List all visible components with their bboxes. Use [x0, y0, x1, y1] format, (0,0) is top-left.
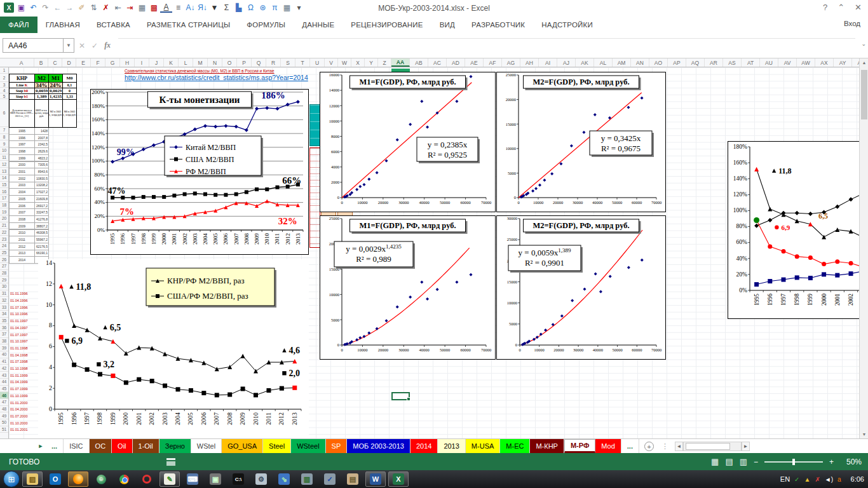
monitor-chart-icon[interactable]: ▥ [297, 471, 317, 487]
underline-icon[interactable]: A [160, 3, 172, 13]
sheet-tab-wsteel[interactable]: WSteel [291, 439, 325, 453]
column-header-D[interactable]: D [62, 58, 76, 67]
column-header-AB[interactable]: AB [410, 58, 428, 67]
keyboard-icon[interactable]: ⌨ [182, 471, 203, 487]
ribbon-tab-вид[interactable]: ВИД [431, 17, 463, 33]
column-header-Z[interactable]: Z [378, 58, 391, 67]
row-header-29[interactable]: 29 [0, 276, 8, 283]
chart-monetization-coefficients[interactable]: 0%20%40%60%80%100%120%140%160%180%200%19… [90, 89, 309, 255]
ribbon-tab-разработчик[interactable]: РАЗРАБОТЧИК [463, 17, 533, 33]
row-header-49[interactable]: 49 [0, 412, 8, 419]
column-header-B[interactable]: B [34, 58, 48, 67]
column-header-AK[interactable]: AK [576, 58, 594, 67]
pi-icon[interactable]: π [269, 1, 281, 14]
chart-m1-gdp-linear[interactable]: 0200040006000800010000120001400016000010… [320, 72, 496, 212]
hscroll-thumb[interactable] [686, 443, 730, 450]
column-header-W[interactable]: W [338, 58, 351, 67]
row-header-44[interactable]: 44 [0, 379, 8, 386]
column-header-AJ[interactable]: AJ [557, 58, 576, 67]
page-layout-view-icon[interactable]: ▤ [725, 457, 733, 466]
row-header-23[interactable]: 23 [0, 236, 8, 243]
formula-bar-expand-icon[interactable]: ⌄ [861, 41, 866, 47]
column-header-AD[interactable]: AD [447, 58, 465, 67]
row-header-15[interactable]: 15 [0, 182, 8, 189]
sign-in-link[interactable]: Вход [844, 20, 860, 27]
vertical-scroll-thumb[interactable] [861, 70, 867, 119]
chart-m2-gdp-linear[interactable]: 0500010000150002000025000010000200003000… [496, 72, 666, 212]
qat-customize-icon[interactable]: ▾ [293, 1, 305, 14]
hyperlink-icon[interactable]: ⊛ [257, 1, 269, 14]
formula-input[interactable] [118, 38, 855, 53]
row-header-24[interactable]: 24 [0, 243, 8, 250]
forward-icon[interactable]: → [64, 1, 76, 14]
sheet-tab-моб-2003-2013[interactable]: МОБ 2003-2013 [347, 439, 410, 453]
row-header-22[interactable]: 22 [0, 229, 8, 236]
column-header-Q[interactable]: Q [252, 58, 266, 67]
sheet-tab-sp[interactable]: SP [326, 439, 348, 453]
filter-icon[interactable]: ▼ [208, 1, 220, 14]
normal-view-icon[interactable]: ▦ [711, 457, 719, 466]
column-header-H[interactable]: H [120, 58, 135, 67]
column-header-AU[interactable]: AU [760, 58, 778, 67]
card-reader-icon[interactable]: ▤ [342, 471, 363, 487]
hscroll-right-icon[interactable]: ► [742, 442, 750, 451]
column-header-G[interactable]: G [105, 58, 120, 67]
column-header-E[interactable]: E [76, 58, 91, 67]
omega-icon[interactable]: Ω [245, 1, 257, 14]
setup-wizard-icon[interactable]: ⚙ [251, 471, 271, 487]
column-header-F[interactable]: F [91, 58, 105, 67]
sheet-tab-steel[interactable]: Steel [263, 439, 291, 453]
row-header-42[interactable]: 42 [0, 365, 8, 372]
sort-asc-icon[interactable]: А↓ [184, 1, 196, 14]
scroll-down-icon[interactable]: ▼ [860, 430, 868, 438]
hscroll-left-icon[interactable]: ◄ [675, 442, 683, 451]
row-header-19[interactable]: 19 [0, 208, 8, 215]
power-error-icon[interactable]: ✗ [815, 476, 820, 483]
ribbon-tab-файл[interactable]: ФАЙЛ [0, 17, 37, 33]
ribbon-tab-разметка-страницы[interactable]: РАЗМЕТКА СТРАНИЦЫ [139, 17, 238, 33]
column-header-AC[interactable]: AC [428, 58, 447, 67]
sheet-tab-м-кнр[interactable]: М-КНР [530, 439, 564, 453]
column-header-I[interactable]: I [135, 58, 149, 67]
column-header-X[interactable]: X [351, 58, 365, 67]
chart-knr-rf-ratios-partial[interactable]: 0%20%40%60%80%100%120%140%160%180%199519… [728, 141, 868, 319]
row-header-14[interactable]: 14 [0, 175, 8, 182]
autosum-icon[interactable]: Σ [220, 1, 233, 14]
usb-safely-remove-icon[interactable]: ✓ [794, 476, 799, 483]
column-header-A[interactable]: A [9, 58, 34, 67]
row-header-21[interactable]: 21 [0, 222, 8, 229]
download-arrow-icon[interactable]: ⇘ [274, 471, 294, 487]
column-header-T[interactable]: T [295, 58, 310, 67]
save-icon[interactable]: ▣ [15, 1, 27, 14]
undo-icon[interactable]: ↶ [27, 1, 39, 14]
row-header-33[interactable]: 33 [0, 304, 8, 311]
column-header-C[interactable]: C [48, 58, 62, 67]
column-header-AA[interactable]: AA [391, 58, 410, 67]
column-header-AG[interactable]: AG [502, 58, 520, 67]
row-header-12[interactable]: 12 [0, 161, 8, 168]
column-header-S[interactable]: S [281, 58, 295, 67]
row-header-25[interactable]: 25 [0, 250, 8, 257]
network-warning-icon[interactable]: ▲ [804, 476, 810, 483]
column-header-AY[interactable]: AY [834, 58, 852, 67]
insert-function-icon[interactable]: fx [104, 41, 111, 50]
horizontal-scrollbar[interactable]: ◄ ► [675, 439, 750, 453]
row-header-38[interactable]: 38 [0, 338, 8, 345]
zoom-out-icon[interactable]: − [754, 458, 758, 466]
row-header-20[interactable]: 20 [0, 215, 8, 222]
row-header-41[interactable]: 41 [0, 358, 8, 365]
align-icon[interactable]: ≡ [172, 1, 184, 14]
delete-cells-icon[interactable]: ✗ [100, 1, 112, 14]
column-header-AV[interactable]: AV [778, 58, 797, 67]
close-icon[interactable]: ✕ [855, 3, 862, 12]
column-header-AM[interactable]: AM [613, 58, 631, 67]
row-header-50[interactable]: 50 [0, 419, 8, 426]
row-header-39[interactable]: 39 [0, 344, 8, 351]
column-header-N[interactable]: N [208, 58, 222, 67]
zoom-slider-thumb[interactable] [792, 459, 795, 465]
chart-m2-gdp-power[interactable]: 0500010000150002000025000300000100002000… [496, 215, 666, 360]
avast-icon[interactable]: a [837, 476, 841, 483]
insert-cells-icon[interactable]: ⇅ [88, 1, 100, 14]
row-header-11[interactable]: 11 [0, 154, 8, 161]
help-icon[interactable]: ? [823, 3, 827, 12]
